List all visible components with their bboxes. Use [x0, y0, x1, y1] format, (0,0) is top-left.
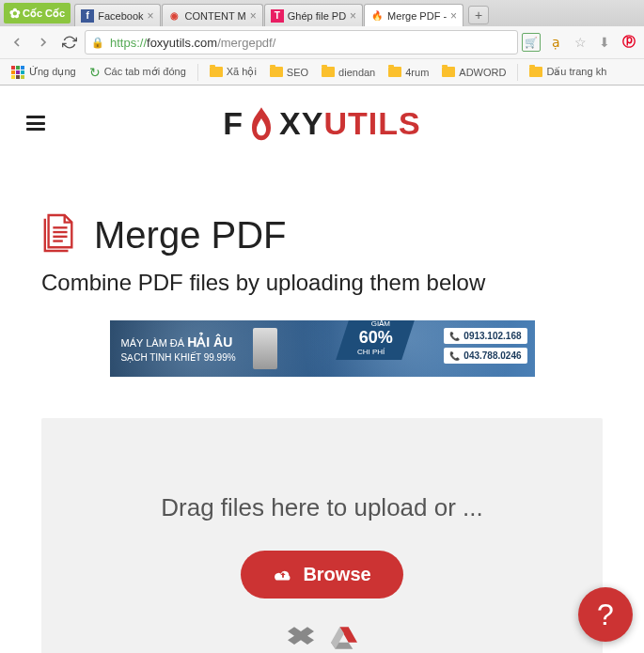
download-icon[interactable]: ⬇: [595, 33, 614, 52]
cart-icon[interactable]: 🛒: [522, 33, 541, 52]
dropbox-icon[interactable]: [288, 625, 314, 651]
bookmark-label: diendan: [338, 67, 375, 78]
site-header: F XY UTILS: [0, 86, 644, 157]
page-subtitle: Combine PDF files by uploading them belo…: [41, 270, 603, 296]
reload-icon: ↻: [89, 65, 101, 80]
site-logo[interactable]: F XY UTILS: [223, 104, 420, 142]
fridge-image: [253, 328, 277, 369]
tab-title: Ghép file PD: [288, 10, 346, 22]
help-icon: ?: [597, 598, 614, 632]
bookmark-recently-closed[interactable]: ↻ Các tab mới đóng: [84, 63, 192, 82]
bookmark-label: Dấu trang kh: [546, 66, 606, 78]
dropzone-text: Drag files here to upload or ...: [60, 493, 584, 522]
bookmark-folder[interactable]: SEO: [264, 65, 314, 80]
apps-button[interactable]: Ứng dụng: [6, 64, 82, 81]
tab-title: Merge PDF -: [387, 10, 447, 22]
bookmark-folder[interactable]: Xã hội: [204, 64, 262, 80]
bookmark-folder[interactable]: ADWORD: [436, 65, 511, 80]
reload-button[interactable]: [58, 31, 81, 54]
coccoc-icon: ✿: [9, 6, 21, 21]
back-button[interactable]: [6, 31, 28, 54]
browser-logo[interactable]: ✿ Cốc Cốc: [4, 3, 71, 23]
google-drive-icon[interactable]: [331, 625, 357, 651]
bookmark-bar: Ứng dụng ↻ Các tab mới đóng Xã hội SEO d…: [0, 58, 644, 85]
bookmark-label: SEO: [287, 67, 308, 78]
new-tab-button[interactable]: +: [468, 6, 489, 24]
url-bar[interactable]: 🔒 https:// foxyutils.com /mergepdf/: [85, 30, 518, 54]
tab-ghep[interactable]: T Ghép file PD ×: [264, 4, 363, 26]
cloud-upload-icon: [273, 567, 293, 583]
forward-button[interactable]: [32, 31, 55, 54]
close-icon[interactable]: ×: [250, 9, 257, 23]
cloud-source-icons: [60, 625, 584, 651]
menu-button[interactable]: [26, 116, 45, 131]
tab-content[interactable]: ◉ CONTENT M ×: [162, 4, 263, 26]
folder-icon: [388, 67, 401, 77]
lock-icon: 🔒: [91, 37, 104, 49]
t-icon: T: [271, 9, 284, 23]
url-domain: foxyutils.com: [147, 36, 217, 50]
tab-title: Facebook: [98, 10, 143, 22]
page-content: F XY UTILS Merge PDF Combine PDF files b…: [0, 86, 644, 653]
browse-label: Browse: [303, 564, 370, 585]
extension-icons: 🛒 ạ ☆ ⬇ ⓟ: [522, 33, 638, 52]
folder-icon: [529, 67, 542, 77]
close-icon[interactable]: ×: [148, 9, 154, 23]
browser-logo-text: Cốc Cốc: [23, 8, 65, 20]
browser-chrome: ✿ Cốc Cốc f Facebook × ◉ CONTENT M × T G…: [0, 0, 644, 86]
facebook-icon: f: [81, 9, 94, 23]
document-icon: [41, 213, 77, 257]
ad-phones: 0913.102.168 043.788.0246: [444, 328, 526, 364]
tab-facebook[interactable]: f Facebook ×: [74, 4, 160, 26]
folder-icon: [210, 67, 223, 77]
close-icon[interactable]: ×: [450, 9, 457, 23]
ad-text-left: MÁY LÀM ĐÁ HẢI ÂU SẠCH TINH KHIẾT 99.99%: [110, 334, 236, 363]
folder-icon: [270, 67, 283, 77]
tab-strip: ✿ Cốc Cốc f Facebook × ◉ CONTENT M × T G…: [0, 0, 644, 26]
ad-banner[interactable]: MÁY LÀM ĐÁ HẢI ÂU SẠCH TINH KHIẾT 99.99%…: [110, 320, 535, 377]
tab-merge-pdf[interactable]: 🔥 Merge PDF - ×: [364, 4, 463, 26]
page-title: Merge PDF: [94, 214, 287, 257]
help-button[interactable]: ?: [578, 587, 633, 642]
bookmark-label: 4rum: [405, 67, 429, 78]
logo-utils: UTILS: [323, 105, 420, 142]
bookmark-folder[interactable]: 4rum: [383, 65, 434, 80]
url-path: /mergepdf/: [217, 36, 275, 50]
bookmark-folder[interactable]: diendan: [316, 65, 381, 80]
google-icon: ◉: [168, 9, 181, 23]
browse-button[interactable]: Browse: [241, 551, 402, 599]
star-icon[interactable]: ☆: [571, 33, 589, 52]
pinterest-icon[interactable]: ⓟ: [620, 33, 638, 52]
logo-f: F: [223, 105, 243, 142]
apps-label: Ứng dụng: [29, 66, 76, 78]
ad-phone-2: 043.788.0246: [444, 348, 526, 364]
separator: [197, 64, 198, 81]
bookmark-label: Các tab mới đóng: [104, 66, 186, 78]
flame-icon: [245, 104, 277, 142]
logo-xy: XY: [279, 105, 323, 142]
page-title-row: Merge PDF: [41, 213, 603, 257]
folder-icon: [442, 67, 455, 77]
ad-discount-badge: GIẢM 60% CHI PHÍ: [343, 320, 409, 360]
close-icon[interactable]: ×: [350, 9, 356, 23]
bookmark-label: Xã hội: [227, 66, 257, 78]
bookmark-folder[interactable]: Dấu trang kh: [524, 64, 612, 80]
foxyutils-icon: 🔥: [370, 9, 384, 23]
nav-bar: 🔒 https:// foxyutils.com /mergepdf/ 🛒 ạ …: [0, 26, 644, 58]
main-content: Merge PDF Combine PDF files by uploading…: [0, 213, 644, 653]
folder-icon: [322, 67, 335, 77]
separator: [517, 64, 518, 81]
file-dropzone[interactable]: Drag files here to upload or ... Browse: [41, 418, 603, 653]
tab-title: CONTENT M: [185, 10, 246, 22]
ad-phone-1: 0913.102.168: [444, 328, 526, 344]
vietnamese-ime-icon[interactable]: ạ: [546, 33, 565, 52]
url-protocol: https://: [110, 36, 147, 50]
apps-icon: [11, 66, 24, 79]
bookmark-label: ADWORD: [459, 67, 506, 78]
